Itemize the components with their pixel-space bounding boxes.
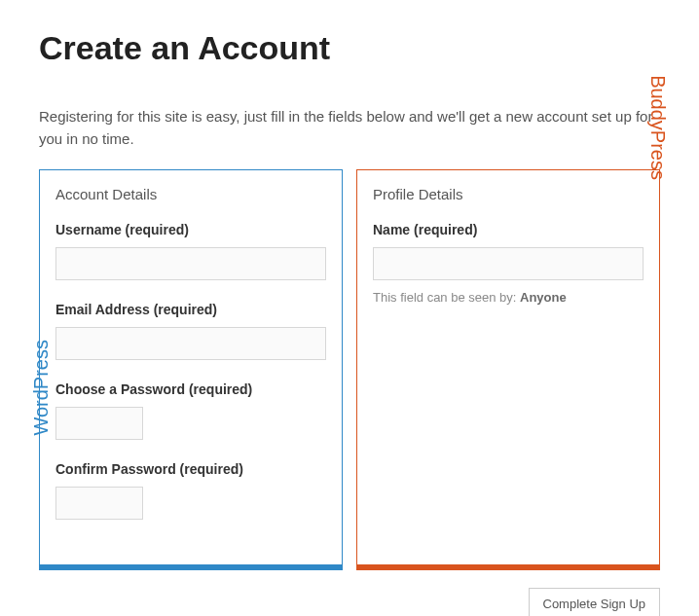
confirm-password-label: Confirm Password (required) — [55, 461, 326, 477]
wordpress-brand-label: WordPress — [30, 340, 53, 436]
name-input[interactable] — [373, 247, 644, 280]
complete-signup-button[interactable]: Complete Sign Up — [529, 588, 661, 616]
visibility-hint: This field can be seen by: Anyone — [373, 290, 644, 305]
visibility-value: Anyone — [520, 290, 567, 305]
profile-details-panel: BuddyPress Profile Details Name (require… — [356, 169, 660, 570]
username-label: Username (required) — [55, 222, 326, 237]
confirm-password-input[interactable] — [55, 487, 143, 520]
email-input[interactable] — [55, 327, 326, 360]
submit-row: Complete Sign Up — [39, 588, 660, 616]
account-details-panel: WordPress Account Details Username (requ… — [39, 169, 343, 570]
username-input[interactable] — [55, 247, 326, 280]
page-title: Create an Account — [39, 29, 660, 67]
visibility-prefix: This field can be seen by: — [373, 290, 520, 305]
profile-details-heading: Profile Details — [373, 186, 644, 202]
name-label: Name (required) — [373, 222, 644, 237]
buddypress-brand-label: BuddyPress — [646, 75, 669, 180]
account-details-heading: Account Details — [55, 186, 326, 202]
intro-text: Registering for this site is easy, just … — [39, 106, 660, 150]
form-panels: WordPress Account Details Username (requ… — [39, 169, 660, 570]
email-label: Email Address (required) — [55, 302, 326, 317]
password-label: Choose a Password (required) — [55, 381, 326, 397]
password-input[interactable] — [55, 407, 143, 440]
